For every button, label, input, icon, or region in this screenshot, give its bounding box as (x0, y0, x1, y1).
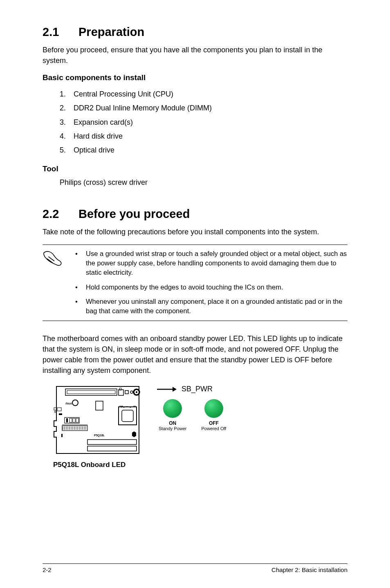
led-legend: SB_PWR ON Standy Power OFF Powered Off (157, 383, 226, 431)
svg-rect-15 (119, 407, 137, 425)
note-item: •Hold components by the edges to avoid t… (71, 283, 347, 292)
svg-rect-20 (73, 418, 75, 422)
svg-rect-22 (62, 426, 87, 431)
svg-rect-13 (59, 413, 62, 415)
section-title-text: Preparation (78, 25, 144, 38)
section-number: 2.2 (43, 207, 78, 221)
led-on-subtitle: Standy Power (159, 426, 186, 431)
note-item: •Use a grounded wrist strap or touch a s… (71, 249, 347, 277)
svg-rect-16 (122, 410, 133, 422)
section2-intro: Take note of the following precautions b… (43, 227, 347, 237)
note-list: •Use a grounded wrist strap or touch a s… (71, 249, 347, 316)
svg-rect-24 (61, 434, 63, 437)
section-number: 2.1 (43, 25, 78, 39)
led-on-title: ON (159, 420, 186, 426)
led-off-subtitle: Powered Off (201, 426, 226, 431)
board-label-text: P5Q18L (94, 434, 105, 437)
list-item: 3.Expansion card(s) (60, 115, 347, 129)
list-item: 1.Central Processing Unit (CPU) (60, 87, 347, 101)
tool-text: Philips (cross) screw driver (60, 178, 347, 187)
svg-point-8 (72, 400, 78, 406)
sb-pwr-label: SB_PWR (182, 385, 213, 393)
svg-point-12 (54, 411, 56, 413)
page-number: 2-2 (43, 566, 52, 573)
onboard-led-diagram: /isus P5Q18L (53, 383, 347, 469)
standby-paragraph: The motherboard comes with an onboard st… (43, 333, 347, 376)
svg-rect-2 (119, 390, 123, 395)
led-off-title: OFF (201, 420, 226, 426)
led-off-icon (204, 399, 223, 418)
list-item: 2.DDR2 Dual Inline Memory Module (DIMM) (60, 101, 347, 115)
arrow-right-icon (157, 386, 177, 393)
list-item: 5.Optical drive (60, 143, 347, 157)
hand-note-icon (43, 249, 71, 316)
svg-point-5 (130, 391, 133, 393)
svg-rect-10 (57, 408, 61, 411)
note-item: •Whenever you uninstall any component, p… (71, 297, 347, 316)
note-box: •Use a grounded wrist strap or touch a s… (43, 245, 347, 321)
svg-rect-21 (76, 418, 78, 422)
list-item: 4.Hard disk drive (60, 129, 347, 143)
svg-text:/isus: /isus (65, 402, 72, 405)
svg-rect-19 (69, 418, 72, 422)
led-on-column: ON Standy Power (159, 399, 186, 431)
chapter-label: Chapter 2: Basic installation (271, 566, 347, 573)
svg-rect-25 (87, 440, 137, 444)
diagram-caption: P5Q18L Onboard LED (53, 461, 142, 469)
svg-point-7 (136, 391, 137, 393)
page-footer: 2-2 Chapter 2: Basic installation (43, 563, 347, 573)
svg-rect-18 (66, 418, 68, 422)
basic-components-heading: Basic components to install (43, 73, 347, 82)
basic-components-list: 1.Central Processing Unit (CPU) 2.DDR2 D… (60, 87, 347, 157)
svg-rect-26 (87, 446, 137, 451)
svg-rect-4 (125, 391, 128, 394)
motherboard-illustration: /isus P5Q18L (53, 383, 142, 469)
section-heading-2-2: 2.2Before you proceed (43, 207, 347, 221)
section-title-text: Before you proceed (78, 207, 190, 220)
section1-intro: Before you proceed, ensure that you have… (43, 45, 347, 66)
svg-marker-28 (173, 387, 177, 392)
tool-heading: Tool (43, 164, 347, 173)
svg-rect-1 (67, 391, 115, 394)
section-heading-2-1: 2.1Preparation (43, 25, 347, 39)
svg-rect-14 (96, 401, 103, 410)
svg-rect-0 (65, 389, 117, 395)
led-off-column: OFF Powered Off (201, 399, 226, 431)
led-on-icon (163, 399, 182, 418)
